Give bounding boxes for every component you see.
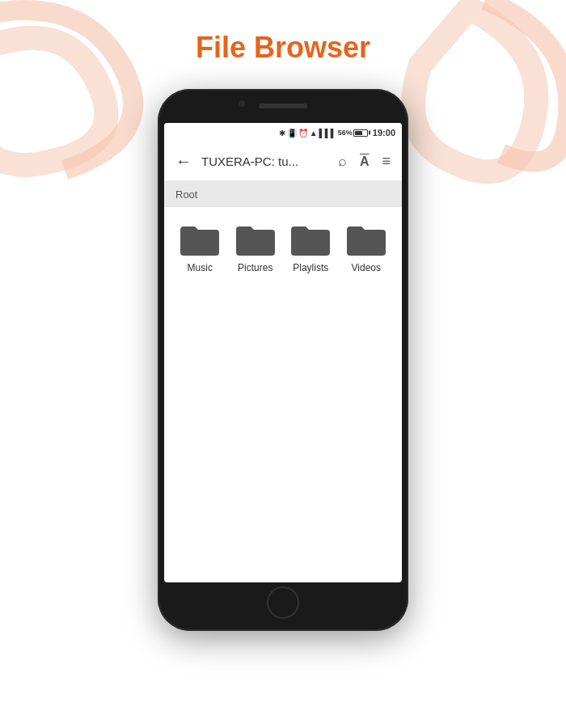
folder-music[interactable]: Music	[172, 223, 228, 273]
folder-videos-label: Videos	[352, 262, 381, 273]
folder-videos[interactable]: Videos	[339, 223, 395, 273]
search-button[interactable]: ⌕	[335, 150, 350, 173]
folder-playlists-label: Playlists	[293, 262, 328, 273]
alarm-icon: ⏰	[298, 129, 308, 138]
font-button[interactable]: A	[357, 151, 373, 172]
status-bar: ✱ 📳 ⏰ ▲ ▌▌▌ 56%	[164, 123, 402, 142]
folder-music-label: Music	[188, 262, 213, 273]
home-button[interactable]	[267, 586, 299, 619]
phone-camera	[239, 100, 245, 107]
nav-bar: ← TUXERA-PC: tu... ⌕ A ≡	[164, 142, 402, 181]
signal-icon: ▌▌▌	[319, 129, 336, 138]
bluetooth-icon: ✱	[279, 129, 285, 138]
folder-videos-icon	[347, 223, 386, 256]
time-display: 19:00	[373, 128, 395, 138]
battery-icon	[353, 129, 368, 137]
breadcrumb-label: Root	[175, 188, 197, 201]
folder-playlists[interactable]: Playlists	[283, 223, 339, 273]
nav-title: TUXERA-PC: tu...	[201, 154, 328, 168]
battery-percent: 56%	[338, 129, 353, 137]
file-grid: Music Pictures Playlists	[164, 207, 402, 290]
phone-mockup: ✱ 📳 ⏰ ▲ ▌▌▌ 56%	[158, 89, 408, 631]
vibrate-icon: 📳	[287, 129, 297, 138]
status-icons: ✱ 📳 ⏰ ▲ ▌▌▌ 56%	[279, 128, 395, 138]
phone-screen: ✱ 📳 ⏰ ▲ ▌▌▌ 56%	[164, 123, 402, 582]
phone-speaker	[259, 104, 307, 108]
page-title: File Browser	[0, 31, 566, 65]
folder-pictures-icon	[236, 223, 275, 256]
folder-pictures[interactable]: Pictures	[228, 223, 284, 273]
folder-pictures-label: Pictures	[238, 262, 272, 273]
folder-playlists-icon	[291, 223, 330, 256]
wifi-icon: ▲	[310, 129, 318, 138]
breadcrumb-bar: Root	[164, 181, 402, 207]
back-button[interactable]: ←	[172, 149, 195, 174]
folder-music-icon	[180, 223, 219, 256]
menu-button[interactable]: ≡	[378, 150, 394, 173]
battery-indicator: 56%	[338, 129, 368, 137]
